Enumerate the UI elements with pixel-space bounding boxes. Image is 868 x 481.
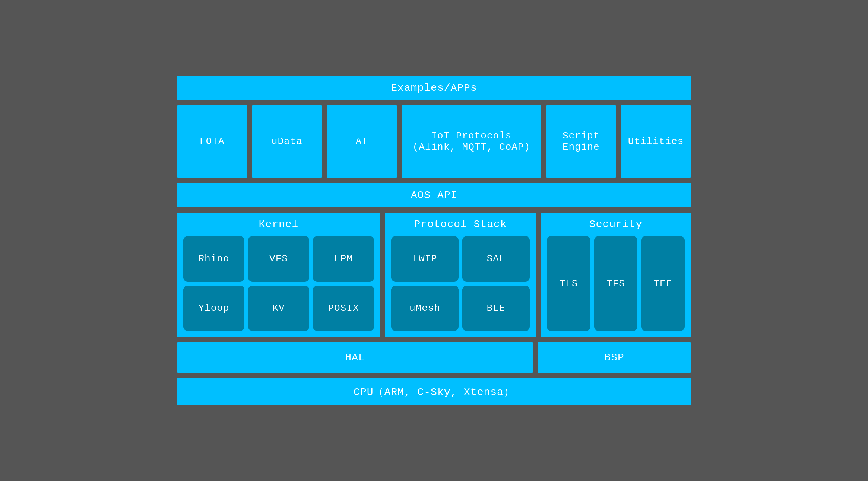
examples-apps-label: Examples/APPs xyxy=(391,82,477,94)
components-row: FOTA uData AT IoT Protocols (Alink, MQTT… xyxy=(176,104,692,179)
udata-label: uData xyxy=(272,136,302,147)
cpu-block: CPU（ARM, C-Sky, Xtensa） xyxy=(176,377,692,407)
kernel-rhino: Rhino xyxy=(183,236,244,282)
cpu-label: CPU（ARM, C-Sky, Xtensa） xyxy=(354,385,514,399)
protocol-stack-block: Protocol Stack LWIP SAL uMesh BLE xyxy=(384,211,537,338)
script-engine-block: Script Engine xyxy=(545,104,617,179)
protocol-umesh: uMesh xyxy=(391,286,459,331)
architecture-diagram: Examples/APPs FOTA uData AT IoT Protocol… xyxy=(173,71,695,410)
examples-apps-block: Examples/APPs xyxy=(176,74,692,101)
security-tee: TEE xyxy=(641,236,685,331)
security-tls: TLS xyxy=(547,236,590,331)
utilities-label: Utilities xyxy=(628,136,684,147)
kernel-title: Kernel xyxy=(183,219,374,230)
protocol-sal: SAL xyxy=(462,236,530,282)
protocol-ble: BLE xyxy=(462,286,530,331)
protocol-lwip: LWIP xyxy=(391,236,459,282)
iot-protocols-block: IoT Protocols (Alink, MQTT, CoAP) xyxy=(401,104,542,179)
hal-label: HAL xyxy=(345,352,365,363)
script-engine-label: Script Engine xyxy=(563,130,600,153)
hal-block: HAL xyxy=(176,341,534,374)
udata-block: uData xyxy=(251,104,323,179)
security-title: Security xyxy=(547,219,685,230)
at-label: AT xyxy=(356,136,368,147)
middle-row: Kernel Rhino VFS LPM Yloop KV POSI xyxy=(176,211,692,338)
protocol-grid: LWIP SAL uMesh BLE xyxy=(391,236,530,331)
aos-api-block: AOS API xyxy=(176,182,692,208)
kernel-posix: POSIX xyxy=(313,286,374,331)
aos-api-label: AOS API xyxy=(411,189,457,201)
kernel-vfs: VFS xyxy=(248,236,309,282)
iot-protocols-label: IoT Protocols (Alink, MQTT, CoAP) xyxy=(413,130,530,153)
kernel-kv: KV xyxy=(248,286,309,331)
kernel-block: Kernel Rhino VFS LPM Yloop KV POSI xyxy=(176,211,381,338)
protocol-stack-title: Protocol Stack xyxy=(391,219,530,230)
security-tfs: TFS xyxy=(594,236,638,331)
security-grid: TLS TFS TEE xyxy=(547,236,685,331)
security-block: Security TLS TFS TEE xyxy=(540,211,692,338)
kernel-grid: Rhino VFS LPM Yloop KV POSIX xyxy=(183,236,374,331)
at-block: AT xyxy=(326,104,398,179)
utilities-block: Utilities xyxy=(620,104,692,179)
fota-block: FOTA xyxy=(176,104,248,179)
hal-bsp-row: HAL BSP xyxy=(176,341,692,374)
kernel-lpm: LPM xyxy=(313,236,374,282)
bsp-block: BSP xyxy=(537,341,692,374)
fota-label: FOTA xyxy=(200,136,224,147)
kernel-yloop: Yloop xyxy=(183,286,244,331)
bsp-label: BSP xyxy=(604,352,624,363)
